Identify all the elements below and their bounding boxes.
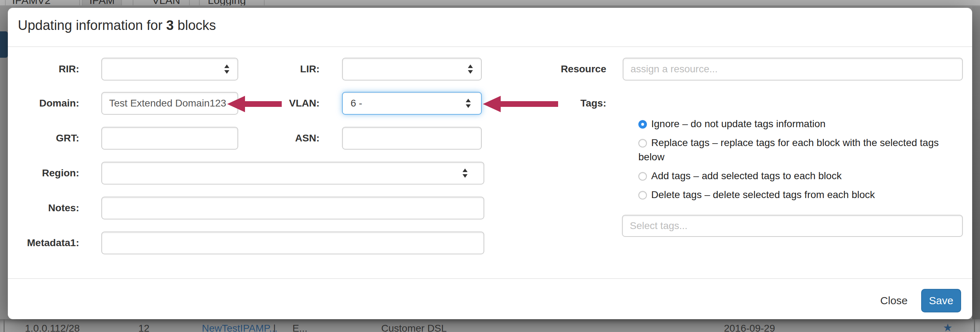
radio-add-tags[interactable]: Add tags – add selected tags to each blo…	[638, 169, 944, 183]
rir-select[interactable]	[101, 58, 238, 81]
region-select[interactable]	[101, 162, 484, 185]
tab-ipam[interactable]: IPAM	[82, 0, 122, 6]
radio-selected-icon	[638, 120, 647, 129]
cell-customer: Customer DSL	[381, 323, 447, 332]
select-tags-input[interactable]	[622, 215, 963, 237]
radio-icon	[638, 191, 647, 199]
asn-input[interactable]	[342, 127, 482, 150]
close-button[interactable]: Close	[880, 289, 908, 312]
background-panel-header	[0, 32, 8, 58]
lir-select[interactable]	[342, 58, 482, 81]
background-tab-bar: IPAMV2 IPAM VLAN Logging	[0, 0, 980, 6]
save-button[interactable]: Save	[921, 289, 961, 312]
metadata1-input[interactable]	[101, 232, 484, 255]
vlan-select[interactable]: 6 -	[342, 92, 482, 115]
annotation-arrow-domain-icon	[227, 96, 282, 112]
tab-logging[interactable]: Logging	[189, 0, 265, 6]
cell-count: 12	[138, 323, 150, 332]
grt-input[interactable]	[101, 127, 238, 150]
radio-ignore-tags[interactable]: Ignore – do not update tags information	[638, 117, 944, 131]
lir-label: LIR:	[258, 58, 320, 81]
table-border-right	[974, 319, 975, 332]
footer-divider	[8, 278, 972, 279]
header-divider	[8, 46, 972, 47]
radio-icon	[638, 139, 647, 147]
notes-input[interactable]	[101, 197, 484, 220]
cell-resource-link[interactable]: NewTestIPAMP...	[202, 323, 277, 332]
background-table-row: 1.0.0.112/28 12 NewTestIPAMP... | E... C…	[0, 319, 980, 332]
notes-label: Notes:	[16, 197, 79, 220]
select-arrows-icon	[224, 65, 230, 74]
domain-input[interactable]	[101, 92, 238, 115]
select-arrows-icon	[462, 169, 468, 178]
select-arrows-icon	[465, 99, 471, 108]
background-right-edge	[972, 6, 980, 332]
cell-cidr: 1.0.0.112/28	[25, 323, 80, 332]
radio-delete-tags[interactable]: Delete tags – delete selected tags from …	[638, 188, 944, 202]
resource-label: Resource	[521, 58, 606, 81]
rir-label: RIR:	[16, 58, 79, 81]
domain-label: Domain:	[16, 92, 79, 115]
modal-title: Updating information for 3 blocks	[18, 18, 216, 33]
asn-label: ASN:	[258, 127, 320, 150]
table-border-left	[3, 319, 5, 332]
tags-radio-group: Ignore – do not update tags information …	[638, 117, 944, 202]
cell-separator: |	[273, 323, 276, 332]
cell-e: E...	[293, 323, 307, 332]
grt-label: GRT:	[16, 127, 79, 150]
vlan-selected-value: 6 -	[350, 98, 362, 109]
annotation-arrow-vlan-icon	[483, 96, 560, 112]
radio-icon	[638, 172, 647, 180]
tab-ipamv2[interactable]: IPAMV2	[5, 0, 80, 6]
resource-input[interactable]	[623, 58, 963, 81]
radio-replace-tags[interactable]: Replace tags – replace tags for each blo…	[638, 136, 944, 164]
region-label: Region:	[16, 162, 79, 185]
select-arrows-icon	[468, 65, 473, 74]
block-count: 3	[166, 18, 174, 33]
metadata1-label: Metadata1:	[16, 232, 79, 255]
bulk-update-modal: Updating information for 3 blocks RIR: D…	[8, 8, 972, 319]
cell-date: 2016-09-29	[724, 323, 775, 332]
favorite-star-icon[interactable]: ★	[943, 321, 953, 332]
